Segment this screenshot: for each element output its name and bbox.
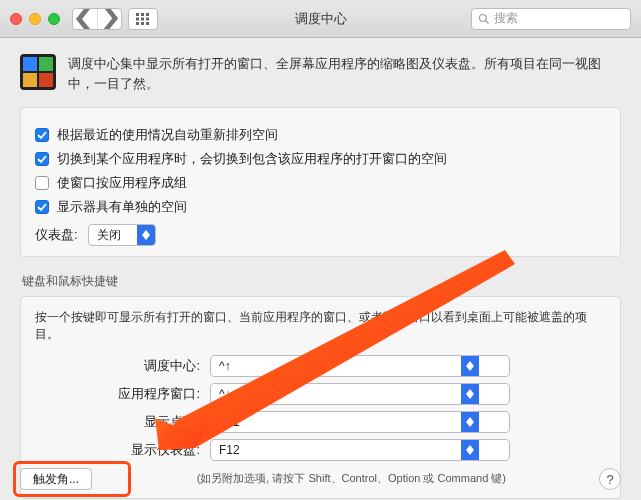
search-input[interactable]: 搜索 — [471, 8, 631, 30]
dashboard-select[interactable]: 关闭 — [88, 224, 156, 246]
shortcut-label: 调度中心: — [35, 357, 200, 375]
select-stepper-icon — [137, 225, 155, 245]
checkbox-label: 显示器具有单独的空间 — [57, 198, 187, 216]
window-controls — [10, 13, 60, 25]
show-all-button[interactable] — [128, 8, 158, 30]
select-stepper-icon — [461, 440, 479, 460]
svg-rect-2 — [146, 13, 149, 16]
shortcut-select[interactable]: F11 — [210, 411, 510, 433]
svg-point-9 — [480, 14, 487, 21]
shortcut-value: F11 — [211, 415, 461, 429]
svg-rect-1 — [141, 13, 144, 16]
back-button[interactable] — [73, 9, 97, 29]
svg-line-10 — [486, 20, 489, 23]
close-window-button[interactable] — [10, 13, 22, 25]
svg-rect-5 — [146, 17, 149, 20]
hot-corners-button[interactable]: 触发角... — [20, 468, 92, 490]
checkbox-label: 根据最近的使用情况自动重新排列空间 — [57, 126, 278, 144]
shortcuts-section-title: 键盘和鼠标快捷键 — [22, 273, 621, 290]
nav-group — [72, 8, 122, 30]
shortcut-select[interactable]: ^↓ — [210, 383, 510, 405]
mission-control-icon — [20, 54, 56, 90]
checkbox-label: 使窗口按应用程序成组 — [57, 174, 187, 192]
minimize-window-button[interactable] — [29, 13, 41, 25]
checkbox-row: 根据最近的使用情况自动重新排列空间 — [35, 126, 606, 144]
svg-rect-0 — [136, 13, 139, 16]
select-stepper-icon — [461, 356, 479, 376]
options-panel: 根据最近的使用情况自动重新排列空间切换到某个应用程序时，会切换到包含该应用程序的… — [20, 107, 621, 257]
checkbox[interactable] — [35, 152, 49, 166]
help-button[interactable]: ? — [599, 468, 621, 490]
shortcut-select[interactable]: ^↑ — [210, 355, 510, 377]
titlebar: 调度中心 搜索 — [0, 0, 641, 38]
intro-text: 调度中心集中显示所有打开的窗口、全屏幕应用程序的缩略图及仪表盘。所有项目在同一视… — [68, 54, 621, 93]
shortcut-label: 显示仪表盘: — [35, 441, 200, 459]
svg-rect-6 — [136, 22, 139, 25]
shortcut-label: 应用程序窗口: — [35, 385, 200, 403]
shortcut-value: ^↓ — [211, 387, 461, 401]
intro-row: 调度中心集中显示所有打开的窗口、全屏幕应用程序的缩略图及仪表盘。所有项目在同一视… — [20, 54, 621, 93]
select-stepper-icon — [461, 384, 479, 404]
zoom-window-button[interactable] — [48, 13, 60, 25]
svg-rect-4 — [141, 17, 144, 20]
checkbox-label: 切换到某个应用程序时，会切换到包含该应用程序的打开窗口的空间 — [57, 150, 447, 168]
search-icon — [478, 13, 490, 25]
checkbox-row: 使窗口按应用程序成组 — [35, 174, 606, 192]
checkbox-row: 切换到某个应用程序时，会切换到包含该应用程序的打开窗口的空间 — [35, 150, 606, 168]
svg-rect-8 — [146, 22, 149, 25]
select-stepper-icon — [461, 412, 479, 432]
dashboard-row: 仪表盘: 关闭 — [35, 224, 606, 246]
checkbox[interactable] — [35, 128, 49, 142]
forward-button[interactable] — [97, 9, 121, 29]
footer: 触发角... ? — [0, 468, 641, 490]
checkbox[interactable] — [35, 200, 49, 214]
search-placeholder: 搜索 — [494, 10, 518, 27]
content: 调度中心集中显示所有打开的窗口、全屏幕应用程序的缩略图及仪表盘。所有项目在同一视… — [0, 38, 641, 500]
dashboard-label: 仪表盘: — [35, 226, 78, 244]
checkbox-row: 显示器具有单独的空间 — [35, 198, 606, 216]
svg-rect-7 — [141, 22, 144, 25]
shortcut-value: F12 — [211, 443, 461, 457]
shortcuts-description: 按一个按键即可显示所有打开的窗口、当前应用程序的窗口、或者隐藏窗口以看到桌面上可… — [35, 309, 606, 343]
shortcut-label: 显示桌面: — [35, 413, 200, 431]
shortcut-select[interactable]: F12 — [210, 439, 510, 461]
dashboard-value: 关闭 — [89, 227, 137, 244]
shortcut-value: ^↑ — [211, 359, 461, 373]
checkbox[interactable] — [35, 176, 49, 190]
svg-rect-3 — [136, 17, 139, 20]
